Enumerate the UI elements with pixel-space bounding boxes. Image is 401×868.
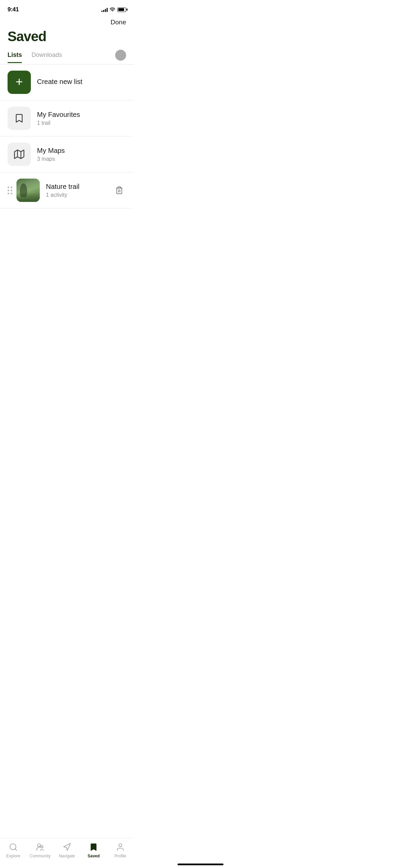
svg-marker-1 <box>14 150 24 159</box>
signal-icon <box>101 7 108 12</box>
status-icons <box>101 7 126 12</box>
done-button[interactable]: Done <box>111 19 126 26</box>
svg-point-0 <box>112 11 113 12</box>
content-area: + Create new list My Favourites 1 trail <box>0 64 134 243</box>
plus-icon: + <box>15 76 23 88</box>
header: Done <box>0 17 134 26</box>
my-favourites-item[interactable]: My Favourites 1 trail <box>0 100 134 136</box>
maps-meta: 3 maps <box>37 156 126 162</box>
create-icon: + <box>8 71 31 94</box>
nature-trail-label: Nature trail <box>46 183 112 191</box>
trash-icon <box>115 186 123 195</box>
favourites-icon-box <box>8 107 31 130</box>
page-title: Saved <box>0 26 134 44</box>
maps-icon-box <box>8 143 31 166</box>
my-maps-item[interactable]: My Maps 3 maps <box>0 136 134 172</box>
delete-button[interactable] <box>112 183 126 197</box>
svg-rect-4 <box>117 188 122 194</box>
tabs-container: Lists Downloads <box>0 44 134 64</box>
nature-trail-item[interactable]: Nature trail 1 activity <box>0 172 134 208</box>
list-container: + Create new list My Favourites 1 trail <box>0 64 134 208</box>
drag-handle[interactable] <box>8 186 12 194</box>
maps-label: My Maps <box>37 147 126 155</box>
nature-trail-image <box>16 179 40 202</box>
bookmark-icon <box>14 113 24 123</box>
edit-circle[interactable] <box>115 50 126 61</box>
wifi-icon <box>110 8 115 12</box>
status-bar: 9:41 <box>0 0 134 17</box>
create-new-list-item[interactable]: + Create new list <box>0 64 134 100</box>
tab-lists[interactable]: Lists <box>8 51 22 63</box>
map-icon <box>14 149 24 159</box>
nature-trail-meta: 1 activity <box>46 192 112 198</box>
battery-icon <box>117 8 126 12</box>
nature-trail-info: Nature trail 1 activity <box>46 183 112 198</box>
favourites-info: My Favourites 1 trail <box>37 111 126 126</box>
create-list-label: Create new list <box>37 78 126 86</box>
favourites-label: My Favourites <box>37 111 126 119</box>
maps-info: My Maps 3 maps <box>37 147 126 162</box>
tab-downloads[interactable]: Downloads <box>32 51 62 63</box>
favourites-meta: 1 trail <box>37 120 126 126</box>
status-time: 9:41 <box>8 6 19 13</box>
create-list-info: Create new list <box>37 78 126 87</box>
nature-trail-thumbnail <box>16 179 40 202</box>
